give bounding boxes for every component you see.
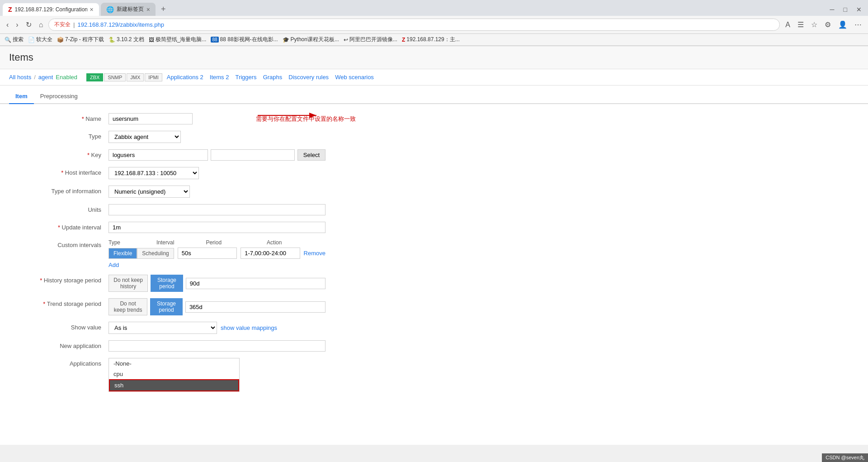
scheduling-btn[interactable]: Scheduling — [137, 248, 174, 259]
triggers-tab[interactable]: Triggers — [233, 73, 258, 81]
read-button[interactable]: ☰ — [796, 19, 806, 31]
show-value-mappings-link[interactable]: show value mappings — [221, 324, 277, 331]
select-button[interactable]: Select — [297, 149, 326, 161]
more-button[interactable]: ⋯ — [853, 19, 863, 31]
home-button[interactable]: ⌂ — [37, 19, 45, 31]
host-interface-label: Host interface — [18, 167, 108, 176]
applications-tab[interactable]: Applications 2 — [165, 73, 205, 81]
jmx-btn[interactable]: JMX — [127, 73, 144, 81]
zbx-btn[interactable]: ZBX — [86, 73, 103, 81]
history-label: History storage period — [18, 275, 108, 284]
applications-label: Applications — [18, 358, 108, 367]
items-tab[interactable]: Items 2 — [208, 73, 231, 81]
ci-interval-header: Interval — [156, 239, 174, 246]
tab1-close[interactable]: × — [90, 6, 94, 13]
ci-remove-link[interactable]: Remove — [304, 250, 326, 257]
back-button[interactable]: ‹ — [5, 19, 10, 31]
settings-button[interactable]: ⚙ — [823, 19, 833, 31]
host-interface-row: Host interface 192.168.87.133 : 10050 — [18, 167, 850, 179]
update-interval-label: Update interval — [18, 222, 108, 231]
units-label: Units — [18, 204, 108, 213]
web-scenarios-tab[interactable]: Web scenarios — [333, 73, 376, 81]
graphs-tab[interactable]: Graphs — [261, 73, 284, 81]
type-control: Zabbix agent — [108, 131, 326, 143]
host-interface-select[interactable]: 192.168.87.133 : 10050 — [108, 167, 199, 179]
history-value-input[interactable] — [186, 278, 326, 289]
form-body: Name 需要与你在配置文件中设置的名称一致 — [0, 104, 868, 407]
applications-list: -None- cpu ssh — [108, 358, 240, 392]
key-extra-input[interactable] — [211, 149, 295, 161]
tab-1[interactable]: Z 192.168.87.129: Configuration of × — [3, 3, 99, 16]
discovery-rules-tab[interactable]: Discovery rules — [287, 73, 330, 81]
minimize-button[interactable]: ─ — [826, 5, 838, 14]
show-value-select[interactable]: As is — [108, 322, 217, 334]
new-application-input[interactable] — [108, 340, 326, 352]
app-item-ssh[interactable]: ssh — [109, 379, 239, 391]
trend-no-keep-btn[interactable]: Do not keep trends — [108, 298, 147, 315]
bookmark-software[interactable]: 📄 软大全 — [28, 36, 52, 43]
bookmark-python[interactable]: 🎓 Python课程天花板... — [283, 36, 339, 43]
forward-button[interactable]: › — [14, 19, 20, 31]
update-interval-input[interactable] — [108, 222, 326, 233]
profile-button[interactable]: 👤 — [836, 19, 849, 31]
type-label: Type — [18, 131, 108, 140]
new-tab-button[interactable]: + — [158, 4, 169, 15]
app-item-none[interactable]: -None- — [109, 358, 239, 369]
snmp-btn[interactable]: SNMP — [104, 73, 126, 81]
type-info-control: Numeric (unsigned) — [108, 186, 326, 198]
address-input[interactable] — [77, 21, 774, 28]
tab-2[interactable]: 🌐 新建标签页 × — [101, 3, 156, 16]
refresh-button[interactable]: ↻ — [24, 19, 33, 31]
units-row: Units — [18, 204, 850, 215]
flexible-btn[interactable]: Flexible — [108, 248, 137, 259]
tab-item[interactable]: Item — [9, 89, 34, 104]
tab2-close[interactable]: × — [146, 6, 150, 13]
ci-add-link[interactable]: Add — [108, 262, 119, 268]
all-hosts-link[interactable]: All hosts — [9, 74, 31, 81]
update-interval-control — [108, 222, 326, 233]
zabbix-icon: Z — [8, 6, 12, 13]
trend-row: Trend storage period Do not keep trends … — [18, 298, 850, 315]
name-input[interactable] — [108, 113, 193, 124]
ci-toggle: Flexible Scheduling — [108, 248, 174, 259]
enabled-badge: Enabled — [56, 74, 77, 81]
bookmark-docs[interactable]: 🐍 3.10.2 文档 — [108, 36, 144, 43]
type-info-label: Type of information — [18, 186, 108, 195]
address-bar[interactable]: 不安全 | — [48, 19, 780, 31]
history-no-keep-btn[interactable]: Do not keep history — [108, 275, 148, 292]
close-button[interactable]: ✕ — [853, 5, 865, 14]
applications-row: Applications -None- cpu ssh — [18, 358, 850, 392]
protocol-buttons: ZBX SNMP JMX IPMI — [86, 73, 162, 81]
nav-section: All hosts / agent Enabled ZBX SNMP JMX I… — [0, 69, 868, 86]
bookmark-88[interactable]: 88 88 88影视网-在线电影... — [211, 36, 278, 43]
units-control — [108, 204, 326, 215]
key-input[interactable] — [108, 149, 208, 161]
translate-button[interactable]: A — [783, 19, 792, 31]
bookmark-search[interactable]: 🔍 搜索 — [5, 36, 24, 43]
history-storage-btn[interactable]: Storage period — [151, 275, 183, 292]
bookmark-7zip[interactable]: 📦 7-Zip - 程序下载 — [57, 36, 104, 43]
bookmark-alibaba[interactable]: ↩ 阿里巴巴开源镜像... — [344, 36, 397, 43]
maximize-button[interactable]: □ — [840, 5, 851, 14]
favorites-button[interactable]: ☆ — [809, 19, 819, 31]
custom-intervals-row: Custom intervals Type Interval Period Ac… — [18, 239, 850, 268]
app-item-cpu[interactable]: cpu — [109, 369, 239, 379]
ci-type-header: Type — [108, 239, 120, 246]
ci-interval-input[interactable] — [178, 248, 237, 259]
type-info-select[interactable]: Numeric (unsigned) — [108, 186, 190, 198]
agent-link[interactable]: agent — [38, 74, 53, 81]
tab-preprocessing[interactable]: Preprocessing — [34, 89, 84, 104]
key-row: Key Select — [18, 149, 850, 161]
bookmark-wallpaper[interactable]: 🖼 极简壁纸_海量电脑... — [149, 36, 207, 43]
new-application-control — [108, 340, 326, 352]
ipmi-btn[interactable]: IPMI — [145, 73, 162, 81]
units-input[interactable] — [108, 204, 326, 215]
trend-value-input[interactable] — [185, 301, 326, 313]
ci-period-input[interactable] — [241, 248, 300, 259]
tab1-title: 192.168.87.129: Configuration of — [15, 6, 87, 13]
name-annotation: 需要与你在配置文件中设置的名称一致 — [256, 115, 356, 123]
trend-storage-btn[interactable]: Storage period — [150, 298, 183, 315]
type-select[interactable]: Zabbix agent — [108, 131, 181, 143]
update-interval-row: Update interval — [18, 222, 850, 233]
bookmark-zabbix[interactable]: Z 192.168.87.129：主... — [402, 36, 460, 43]
